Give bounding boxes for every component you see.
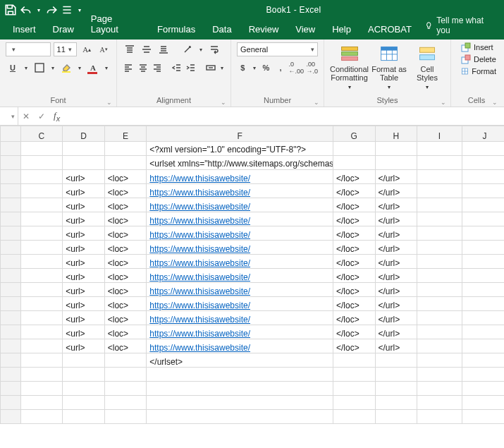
cell[interactable]: <loc> [104,226,147,241]
tab-acrobat[interactable]: ACROBAT [359,20,420,40]
qat-more-icon[interactable]: ▾ [35,4,42,16]
cell[interactable]: </url> [375,283,417,297]
cell[interactable]: </url> [375,297,417,311]
decrease-font-icon[interactable]: A▾ [97,42,111,56]
cell[interactable]: https://www.thisisawebsite/ [147,226,333,241]
cell[interactable] [417,353,462,368]
cell[interactable] [462,269,505,283]
cell[interactable] [1,241,21,255]
cell[interactable] [20,297,63,311]
column-header[interactable]: C [20,126,63,142]
cell[interactable]: </loc> [333,297,375,311]
cell[interactable] [1,198,21,212]
tab-view[interactable]: View [287,20,324,40]
cell[interactable]: https://www.thisisawebsite/ [147,269,333,283]
comma-format-button[interactable]: , [275,61,287,75]
cell[interactable] [375,156,417,170]
cell[interactable] [417,339,462,353]
cell[interactable] [20,226,63,241]
cell[interactable] [63,396,105,410]
cell[interactable]: </url> [375,311,417,325]
cell[interactable] [104,410,147,424]
hyperlink[interactable]: https://www.thisisawebsite/ [149,230,250,240]
name-box[interactable]: ▾ [3,107,18,125]
cell[interactable] [462,396,505,410]
cell[interactable]: https://www.thisisawebsite/ [147,212,333,226]
cell[interactable] [20,269,63,283]
cell[interactable] [20,368,63,382]
cell[interactable] [333,156,375,170]
cell[interactable]: </loc> [333,170,375,184]
fill-color-button[interactable] [59,61,73,75]
enter-formula-icon[interactable]: ✓ [34,111,49,121]
cell[interactable]: https://www.thisisawebsite/ [147,311,333,325]
cell[interactable] [333,368,375,382]
hyperlink[interactable]: https://www.thisisawebsite/ [149,188,250,198]
cell[interactable]: <url> [63,283,105,297]
underline-button[interactable]: U [6,61,20,75]
conditional-formatting-button[interactable]: Conditional Formatting▾ [330,42,369,92]
hyperlink[interactable]: https://www.thisisawebsite/ [149,329,250,339]
cell[interactable] [417,396,462,410]
cell[interactable] [1,311,21,325]
cell[interactable] [417,198,462,212]
cell[interactable] [462,410,505,424]
cell[interactable]: </url> [375,198,417,212]
orientation-icon[interactable] [180,42,195,56]
cell[interactable] [462,226,505,241]
cell[interactable] [1,339,21,353]
cell[interactable] [417,170,462,184]
accounting-more-icon[interactable]: ▾ [252,61,257,75]
cell[interactable] [63,368,105,382]
cell[interactable]: <url> [63,255,105,269]
cell[interactable] [20,255,63,269]
cell[interactable]: </loc> [333,283,375,297]
cell[interactable] [462,142,505,156]
cell[interactable] [20,142,63,156]
cell[interactable] [1,212,21,226]
cell[interactable] [375,396,417,410]
cell[interactable] [63,353,105,368]
cell[interactable]: </loc> [333,255,375,269]
cell[interactable] [63,410,105,424]
cell[interactable] [1,156,21,170]
cell[interactable]: <loc> [104,297,147,311]
hyperlink[interactable]: https://www.thisisawebsite/ [149,301,250,310]
cell[interactable] [417,410,462,424]
column-header[interactable]: J [462,126,505,142]
cell[interactable] [147,396,333,410]
cell[interactable] [1,396,21,410]
font-name-combo[interactable]: ▾ [6,42,51,56]
cell[interactable] [20,396,63,410]
tab-pagelayout[interactable]: Page Layout [82,9,149,40]
cell[interactable] [375,368,417,382]
cell[interactable]: https://www.thisisawebsite/ [147,325,333,339]
border-button[interactable] [32,61,47,75]
column-header[interactable]: I [417,126,462,142]
hyperlink[interactable]: https://www.thisisawebsite/ [149,272,250,282]
cell[interactable]: https://www.thisisawebsite/ [147,283,333,297]
cell[interactable] [1,283,21,297]
cell[interactable]: https://www.thisisawebsite/ [147,170,333,184]
cell[interactable] [417,283,462,297]
cell[interactable] [462,255,505,269]
cell-styles-button[interactable]: Cell Styles▾ [410,42,445,92]
cancel-formula-icon[interactable]: ✕ [18,111,34,121]
cell[interactable] [462,283,505,297]
cell[interactable] [462,353,505,368]
align-top-icon[interactable] [123,42,137,56]
cell[interactable]: https://www.thisisawebsite/ [147,198,333,212]
cell[interactable]: </loc> [333,269,375,283]
formula-input[interactable] [64,107,504,125]
column-header[interactable]: F [147,126,333,142]
cell[interactable] [1,410,21,424]
save-icon[interactable] [4,4,17,16]
cell[interactable]: <loc> [104,241,147,255]
cell[interactable]: <loc> [104,325,147,339]
cell[interactable]: https://www.thisisawebsite/ [147,339,333,353]
format-cells-button[interactable]: Format [461,66,496,76]
cell[interactable]: </url> [375,339,417,353]
cell[interactable] [1,142,21,156]
cell[interactable] [375,353,417,368]
cell[interactable]: </url> [375,241,417,255]
